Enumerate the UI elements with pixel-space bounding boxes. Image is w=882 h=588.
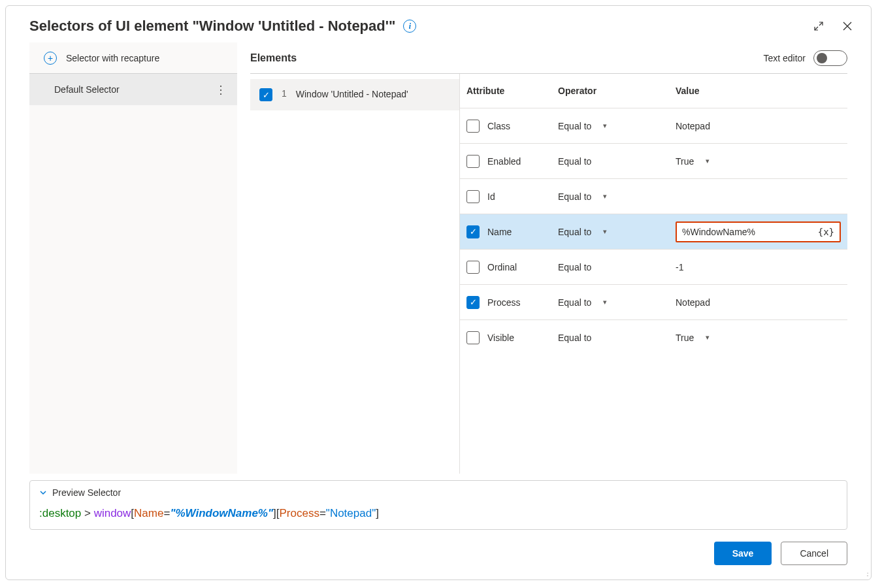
attribute-row[interactable]: ✓ProcessEqual to▾Notepad <box>460 284 847 319</box>
attr-value: True <box>676 333 694 343</box>
attribute-row[interactable]: ClassEqual to▾Notepad <box>460 108 847 143</box>
attribute-row[interactable]: OrdinalEqual to-1 <box>460 249 847 284</box>
sidebar-fill <box>29 105 237 474</box>
chevron-down-icon: ▾ <box>603 192 607 201</box>
tok-val1: "%WindowName%" <box>170 507 273 519</box>
add-selector-button[interactable]: + Selector with recapture <box>29 42 237 74</box>
preview-panel: Preview Selector :desktop > window[Name=… <box>29 480 847 530</box>
chevron-down-icon: ▾ <box>706 157 710 165</box>
chevron-down-icon: ▾ <box>603 227 607 236</box>
plus-icon: + <box>44 52 57 65</box>
attr-value-cell[interactable]: True▾ <box>676 156 841 167</box>
attr-operator-cell[interactable]: Equal to▾ <box>558 121 676 131</box>
attr-value-cell[interactable]: True▾ <box>676 333 841 343</box>
attr-checkbox[interactable]: ✓ <box>466 225 480 238</box>
chevron-down-icon: ▾ <box>603 122 607 130</box>
tok-pseudo: :desktop <box>39 507 81 519</box>
attributes-header: Attribute Operator Value <box>460 74 847 108</box>
col-attribute: Attribute <box>466 86 558 96</box>
close-icon[interactable] <box>842 21 853 31</box>
attribute-row[interactable]: EnabledEqual toTrue▾ <box>460 143 847 178</box>
attr-operator-cell: Equal to <box>558 262 676 272</box>
tok-val2: "Notepad" <box>326 507 376 519</box>
main-header: Elements Text editor <box>250 42 847 74</box>
attr-checkbox[interactable]: ✓ <box>466 296 480 309</box>
add-selector-label: Selector with recapture <box>66 53 159 63</box>
attr-operator-cell: Equal to <box>558 333 676 343</box>
header-actions <box>813 21 853 31</box>
attr-operator-cell[interactable]: Equal to▾ <box>558 227 676 237</box>
attr-checkbox[interactable] <box>466 155 480 168</box>
attr-name-cell: Enabled <box>466 155 558 168</box>
element-row[interactable]: ✓ 1 Window 'Untitled - Notepad' <box>250 79 459 110</box>
attribute-row[interactable]: VisibleEqual toTrue▾ <box>460 319 847 355</box>
attr-operator: Equal to <box>558 121 591 131</box>
attr-value-cell[interactable]: -1 <box>676 262 841 272</box>
attr-name: Id <box>487 191 495 202</box>
preview-toggle[interactable]: Preview Selector <box>39 487 838 498</box>
tok-attr1: Name <box>134 507 163 519</box>
attr-name: Enabled <box>487 156 521 167</box>
selector-dialog: Selectors of UI element "Window 'Untitle… <box>5 5 872 580</box>
variable-icon[interactable]: {x} <box>818 227 834 237</box>
elements-heading: Elements <box>250 52 297 64</box>
attr-operator: Equal to <box>558 156 591 167</box>
attr-operator: Equal to <box>558 227 591 237</box>
text-editor-toggle[interactable] <box>813 50 847 66</box>
attr-value: Notepad <box>676 121 710 131</box>
element-checkbox[interactable]: ✓ <box>259 88 272 101</box>
attr-operator-cell[interactable]: Equal to▾ <box>558 191 676 202</box>
tok-attr2: Process <box>279 507 319 519</box>
col-value: Value <box>676 86 841 96</box>
attr-value: -1 <box>676 262 683 272</box>
attr-name: Process <box>487 297 521 308</box>
attr-value-cell[interactable]: Notepad <box>676 297 841 308</box>
attribute-row[interactable]: ✓NameEqual to▾%WindowName%{x} <box>460 214 847 249</box>
attr-name: Name <box>487 227 512 237</box>
attr-operator-cell[interactable]: Equal to▾ <box>558 297 676 308</box>
attr-operator: Equal to <box>558 297 591 308</box>
attribute-rows: ClassEqual to▾NotepadEnabledEqual toTrue… <box>460 108 847 355</box>
tok-elem: window <box>94 507 131 519</box>
element-index: 1 <box>282 88 287 99</box>
attr-name-cell: ✓Name <box>466 225 558 238</box>
sidebar: + Selector with recapture Default Select… <box>29 42 237 474</box>
tok-gt: > <box>81 507 93 519</box>
info-icon[interactable]: i <box>403 20 416 33</box>
cancel-button[interactable]: Cancel <box>781 542 847 565</box>
attr-checkbox[interactable] <box>466 120 480 133</box>
attribute-row[interactable]: IdEqual to▾ <box>460 178 847 214</box>
text-editor-label: Text editor <box>763 53 806 63</box>
sidebar-item-label: Default Selector <box>54 84 120 95</box>
attr-operator: Equal to <box>558 191 591 202</box>
dialog-header: Selectors of UI element "Window 'Untitle… <box>6 6 871 42</box>
save-button[interactable]: Save <box>714 542 772 565</box>
content: ✓ 1 Window 'Untitled - Notepad' Attribut… <box>250 74 847 474</box>
text-editor-toggle-group: Text editor <box>763 50 847 66</box>
dialog-title: Selectors of UI element "Window 'Untitle… <box>29 18 395 35</box>
more-icon[interactable]: ⋯ <box>214 84 229 95</box>
sidebar-item-default-selector[interactable]: Default Selector ⋯ <box>29 74 237 105</box>
attr-name-cell: Visible <box>466 331 558 344</box>
main-panel: Elements Text editor ✓ 1 Window 'Untitle… <box>250 42 871 474</box>
attr-checkbox[interactable] <box>466 261 480 274</box>
attr-operator: Equal to <box>558 333 591 343</box>
attr-value-input[interactable]: %WindowName%{x} <box>676 221 841 242</box>
attr-value-cell[interactable]: %WindowName%{x} <box>676 221 841 242</box>
attr-name: Visible <box>487 333 514 343</box>
attr-name: Ordinal <box>487 262 517 272</box>
attr-value-cell[interactable]: Notepad <box>676 121 841 131</box>
element-name: Window 'Untitled - Notepad' <box>296 88 450 101</box>
attr-operator-cell: Equal to <box>558 156 676 167</box>
attr-operator: Equal to <box>558 262 591 272</box>
dialog-footer: Save Cancel <box>6 530 871 580</box>
chevron-down-icon: ▾ <box>603 298 607 306</box>
attr-value-text: %WindowName% <box>682 227 755 237</box>
attr-checkbox[interactable] <box>466 190 480 203</box>
expand-icon[interactable] <box>813 21 824 31</box>
preview-code: :desktop > window[Name="%WindowName%"][P… <box>39 507 838 520</box>
elements-column: ✓ 1 Window 'Untitled - Notepad' <box>250 74 459 474</box>
attr-name-cell: ✓Process <box>466 296 558 309</box>
attr-checkbox[interactable] <box>466 331 480 344</box>
col-operator: Operator <box>558 86 676 96</box>
